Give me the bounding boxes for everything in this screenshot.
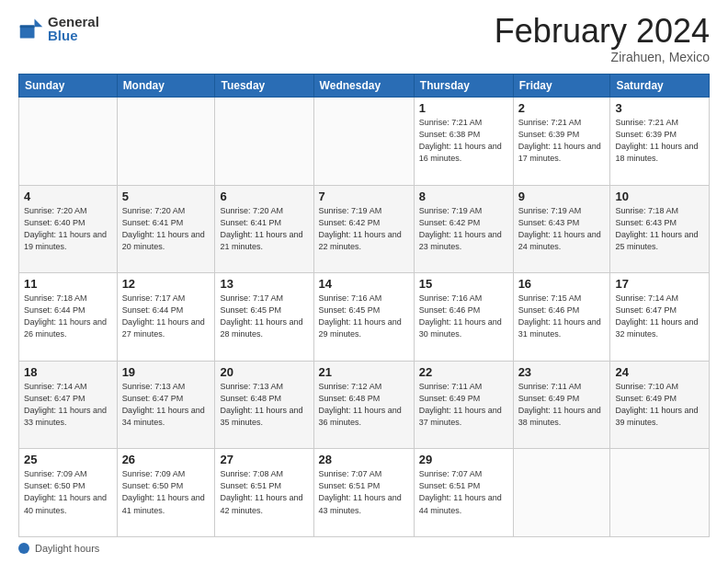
logo-text: General Blue — [48, 15, 99, 42]
day-number: 10 — [615, 190, 704, 203]
day-number: 22 — [419, 365, 508, 379]
day-info: Sunrise: 7:13 AM Sunset: 6:47 PM Dayligh… — [122, 381, 210, 429]
calendar-day-cell: 14Sunrise: 7:16 AM Sunset: 6:45 PM Dayli… — [313, 273, 414, 362]
svg-marker-1 — [35, 19, 43, 28]
calendar-day-cell: 13Sunrise: 7:17 AM Sunset: 6:45 PM Dayli… — [215, 273, 313, 362]
calendar-day-cell: 27Sunrise: 7:08 AM Sunset: 6:51 PM Dayli… — [215, 449, 313, 537]
calendar-day-cell: 6Sunrise: 7:20 AM Sunset: 6:41 PM Daylig… — [215, 185, 313, 273]
calendar-day-cell: 12Sunrise: 7:17 AM Sunset: 6:44 PM Dayli… — [117, 273, 215, 362]
calendar-day-cell: 28Sunrise: 7:07 AM Sunset: 6:51 PM Dayli… — [313, 449, 414, 537]
calendar-day-cell: 17Sunrise: 7:14 AM Sunset: 6:47 PM Dayli… — [610, 273, 710, 362]
day-header-saturday: Saturday — [610, 75, 710, 98]
calendar-week-row: 18Sunrise: 7:14 AM Sunset: 6:47 PM Dayli… — [19, 361, 710, 449]
calendar-header-row: SundayMondayTuesdayWednesdayThursdayFrid… — [19, 75, 710, 98]
calendar-day-cell — [117, 98, 215, 186]
day-number: 12 — [122, 277, 210, 291]
calendar-day-cell: 23Sunrise: 7:11 AM Sunset: 6:49 PM Dayli… — [513, 361, 610, 449]
calendar-day-cell: 3Sunrise: 7:21 AM Sunset: 6:39 PM Daylig… — [610, 98, 710, 186]
calendar-day-cell: 18Sunrise: 7:14 AM Sunset: 6:47 PM Dayli… — [19, 361, 118, 449]
day-header-tuesday: Tuesday — [215, 75, 313, 98]
day-number: 21 — [319, 365, 409, 379]
calendar-day-cell: 2Sunrise: 7:21 AM Sunset: 6:39 PM Daylig… — [513, 98, 610, 186]
day-info: Sunrise: 7:16 AM Sunset: 6:46 PM Dayligh… — [419, 293, 508, 340]
calendar-week-row: 25Sunrise: 7:09 AM Sunset: 6:50 PM Dayli… — [19, 449, 710, 537]
calendar-day-cell — [215, 98, 313, 186]
calendar-day-cell — [610, 449, 710, 537]
day-info: Sunrise: 7:20 AM Sunset: 6:41 PM Dayligh… — [220, 205, 308, 253]
calendar-day-cell: 9Sunrise: 7:19 AM Sunset: 6:43 PM Daylig… — [513, 185, 610, 273]
calendar-day-cell: 5Sunrise: 7:20 AM Sunset: 6:41 PM Daylig… — [117, 185, 215, 273]
location-subtitle: Zirahuen, Mexico — [495, 50, 710, 64]
logo-general: General — [48, 15, 99, 29]
calendar-day-cell: 1Sunrise: 7:21 AM Sunset: 6:38 PM Daylig… — [414, 98, 513, 186]
day-number: 28 — [319, 453, 409, 466]
day-info: Sunrise: 7:21 AM Sunset: 6:39 PM Dayligh… — [518, 117, 606, 165]
day-info: Sunrise: 7:21 AM Sunset: 6:38 PM Dayligh… — [419, 117, 508, 165]
day-info: Sunrise: 7:20 AM Sunset: 6:40 PM Dayligh… — [24, 205, 112, 253]
calendar-day-cell: 29Sunrise: 7:07 AM Sunset: 6:51 PM Dayli… — [414, 449, 513, 537]
day-info: Sunrise: 7:12 AM Sunset: 6:48 PM Dayligh… — [319, 381, 409, 429]
logo-icon — [18, 16, 44, 41]
calendar-day-cell — [19, 98, 118, 186]
day-info: Sunrise: 7:19 AM Sunset: 6:42 PM Dayligh… — [319, 205, 409, 253]
day-info: Sunrise: 7:20 AM Sunset: 6:41 PM Dayligh… — [122, 205, 210, 253]
day-number: 24 — [615, 365, 704, 379]
calendar-week-row: 1Sunrise: 7:21 AM Sunset: 6:38 PM Daylig… — [19, 98, 710, 186]
day-info: Sunrise: 7:17 AM Sunset: 6:44 PM Dayligh… — [122, 293, 210, 340]
day-info: Sunrise: 7:19 AM Sunset: 6:42 PM Dayligh… — [419, 205, 508, 253]
day-info: Sunrise: 7:07 AM Sunset: 6:51 PM Dayligh… — [419, 468, 508, 516]
day-number: 16 — [518, 277, 606, 291]
day-info: Sunrise: 7:10 AM Sunset: 6:49 PM Dayligh… — [615, 381, 704, 429]
day-number: 8 — [419, 190, 508, 203]
day-number: 17 — [615, 277, 704, 291]
day-number: 13 — [220, 277, 308, 291]
day-info: Sunrise: 7:07 AM Sunset: 6:51 PM Dayligh… — [319, 468, 409, 516]
day-info: Sunrise: 7:17 AM Sunset: 6:45 PM Dayligh… — [220, 293, 308, 340]
day-info: Sunrise: 7:14 AM Sunset: 6:47 PM Dayligh… — [615, 293, 704, 340]
calendar-day-cell: 22Sunrise: 7:11 AM Sunset: 6:49 PM Dayli… — [414, 361, 513, 449]
calendar-day-cell: 8Sunrise: 7:19 AM Sunset: 6:42 PM Daylig… — [414, 185, 513, 273]
calendar-day-cell — [513, 449, 610, 537]
day-info: Sunrise: 7:19 AM Sunset: 6:43 PM Dayligh… — [518, 205, 606, 253]
day-number: 29 — [419, 453, 508, 466]
svg-rect-2 — [20, 26, 35, 29]
calendar-day-cell: 11Sunrise: 7:18 AM Sunset: 6:44 PM Dayli… — [19, 273, 118, 362]
calendar-day-cell: 7Sunrise: 7:19 AM Sunset: 6:42 PM Daylig… — [313, 185, 414, 273]
day-number: 2 — [518, 101, 606, 115]
logo: General Blue — [18, 15, 99, 42]
day-info: Sunrise: 7:11 AM Sunset: 6:49 PM Dayligh… — [419, 381, 508, 429]
day-number: 27 — [220, 453, 308, 466]
day-info: Sunrise: 7:15 AM Sunset: 6:46 PM Dayligh… — [518, 293, 606, 340]
day-number: 9 — [518, 190, 606, 203]
calendar-day-cell: 26Sunrise: 7:09 AM Sunset: 6:50 PM Dayli… — [117, 449, 215, 537]
day-info: Sunrise: 7:09 AM Sunset: 6:50 PM Dayligh… — [24, 468, 112, 516]
day-number: 20 — [220, 365, 308, 379]
day-info: Sunrise: 7:08 AM Sunset: 6:51 PM Dayligh… — [220, 468, 308, 516]
day-number: 5 — [122, 190, 210, 203]
daylight-dot — [18, 543, 29, 554]
day-info: Sunrise: 7:18 AM Sunset: 6:44 PM Dayligh… — [24, 293, 112, 340]
day-number: 1 — [419, 101, 508, 115]
day-info: Sunrise: 7:13 AM Sunset: 6:48 PM Dayligh… — [220, 381, 308, 429]
calendar-body: 1Sunrise: 7:21 AM Sunset: 6:38 PM Daylig… — [19, 98, 710, 537]
calendar-day-cell: 16Sunrise: 7:15 AM Sunset: 6:46 PM Dayli… — [513, 273, 610, 362]
day-number: 25 — [24, 453, 112, 466]
day-header-monday: Monday — [117, 75, 215, 98]
calendar-footer: Daylight hours — [18, 543, 710, 554]
day-info: Sunrise: 7:14 AM Sunset: 6:47 PM Dayligh… — [24, 381, 112, 429]
day-number: 3 — [615, 101, 704, 115]
day-info: Sunrise: 7:18 AM Sunset: 6:43 PM Dayligh… — [615, 205, 704, 253]
day-header-thursday: Thursday — [414, 75, 513, 98]
calendar-week-row: 11Sunrise: 7:18 AM Sunset: 6:44 PM Dayli… — [19, 273, 710, 362]
daylight-label: Daylight hours — [35, 543, 99, 554]
day-number: 23 — [518, 365, 606, 379]
calendar-day-cell: 10Sunrise: 7:18 AM Sunset: 6:43 PM Dayli… — [610, 185, 710, 273]
day-header-sunday: Sunday — [19, 75, 118, 98]
title-block: February 2024 Zirahuen, Mexico — [495, 15, 710, 64]
day-number: 7 — [319, 190, 409, 203]
day-info: Sunrise: 7:21 AM Sunset: 6:39 PM Dayligh… — [615, 117, 704, 165]
day-number: 19 — [122, 365, 210, 379]
calendar-day-cell: 20Sunrise: 7:13 AM Sunset: 6:48 PM Dayli… — [215, 361, 313, 449]
day-header-friday: Friday — [513, 75, 610, 98]
day-number: 18 — [24, 365, 112, 379]
